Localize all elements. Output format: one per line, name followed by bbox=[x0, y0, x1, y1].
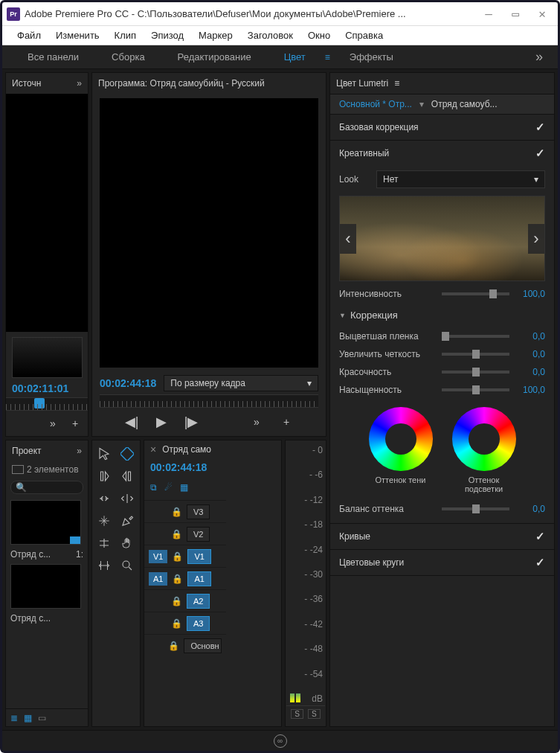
step-back-button[interactable]: ◀| bbox=[123, 414, 140, 430]
menu-sequence[interactable]: Эпизод bbox=[144, 28, 191, 43]
project-item-1-thumb[interactable] bbox=[10, 500, 81, 545]
creative-header[interactable]: Креативный ✓ bbox=[330, 141, 554, 166]
minimize-button[interactable]: — bbox=[477, 7, 500, 22]
workspace-expand-icon[interactable]: » bbox=[530, 49, 549, 65]
breadcrumb-clip[interactable]: Отряд самоуб... bbox=[428, 97, 501, 111]
ripple-edit-tool-icon[interactable] bbox=[95, 490, 113, 507]
slide-tool-icon[interactable] bbox=[95, 557, 113, 574]
lumetri-menu-icon[interactable]: ≡ bbox=[394, 78, 399, 89]
source-stage[interactable] bbox=[6, 94, 88, 332]
menu-file[interactable]: Файл bbox=[10, 28, 48, 43]
intensity-slider[interactable] bbox=[442, 292, 509, 295]
shadow-tint-disc[interactable] bbox=[369, 407, 433, 471]
creative-cloud-icon[interactable]: ∞ bbox=[274, 734, 287, 748]
timeline-close-icon[interactable]: × bbox=[150, 443, 156, 455]
faded-slider[interactable] bbox=[442, 335, 509, 338]
track-select-backward-icon[interactable] bbox=[118, 467, 136, 485]
track-v3-label[interactable]: V3 bbox=[187, 504, 210, 519]
breadcrumb-master[interactable]: Основной * Отр... bbox=[336, 97, 415, 111]
selection-tool-icon[interactable] bbox=[95, 445, 113, 463]
workspace-color-menu-icon[interactable]: ≡ bbox=[322, 52, 333, 63]
source-more-icon[interactable]: » bbox=[45, 415, 61, 432]
menu-edit[interactable]: Изменить bbox=[48, 28, 107, 43]
workspace-color[interactable]: Цвет bbox=[268, 45, 322, 69]
source-add-icon[interactable]: + bbox=[67, 415, 83, 432]
lock-icon[interactable]: 🔒 bbox=[172, 574, 183, 584]
look-prev-button[interactable]: ‹ bbox=[340, 224, 356, 254]
program-add-icon[interactable]: + bbox=[278, 414, 295, 430]
basic-correction-check-icon[interactable]: ✓ bbox=[535, 121, 545, 134]
project-view-free-icon[interactable]: ▭ bbox=[38, 713, 46, 723]
highlight-tint-disc[interactable] bbox=[452, 407, 516, 471]
menu-help[interactable]: Справка bbox=[338, 28, 390, 43]
workspace-all[interactable]: Все панели bbox=[11, 45, 95, 69]
timeline-timecode[interactable]: 00:02:44:18 bbox=[144, 458, 226, 479]
pen-tool-icon[interactable] bbox=[118, 512, 136, 530]
tint-balance-slider[interactable] bbox=[442, 507, 509, 510]
slip-tool-icon[interactable] bbox=[95, 534, 113, 552]
menu-window[interactable]: Окно bbox=[300, 28, 338, 43]
lock-icon[interactable]: 🔒 bbox=[171, 618, 182, 629]
lock-icon[interactable]: 🔒 bbox=[171, 529, 182, 539]
track-a1-label[interactable]: A1 bbox=[187, 571, 210, 586]
look-next-button[interactable]: › bbox=[528, 224, 544, 254]
lock-icon[interactable]: 🔒 bbox=[171, 596, 182, 606]
play-button[interactable]: ▶ bbox=[153, 414, 170, 430]
src-v1-label[interactable]: V1 bbox=[149, 550, 167, 563]
basic-correction-header[interactable]: Базовая коррекция ✓ bbox=[330, 115, 554, 140]
rolling-edit-tool-icon[interactable] bbox=[118, 490, 136, 507]
close-button[interactable]: ✕ bbox=[531, 7, 553, 22]
saturation-slider[interactable] bbox=[442, 388, 509, 391]
saturation-value[interactable]: 100,0 bbox=[515, 385, 545, 395]
rate-stretch-tool-icon[interactable] bbox=[95, 512, 113, 530]
source-ruler[interactable] bbox=[6, 397, 88, 411]
curves-check-icon[interactable]: ✓ bbox=[535, 530, 545, 543]
step-forward-button[interactable]: |▶ bbox=[183, 414, 199, 430]
project-view-list-icon[interactable]: ≣ bbox=[10, 713, 18, 723]
track-a2-label[interactable]: A2 bbox=[187, 594, 210, 609]
creative-check-icon[interactable]: ✓ bbox=[535, 147, 545, 160]
zoom-tool-icon[interactable] bbox=[118, 557, 136, 574]
color-wheels-header[interactable]: Цветовые круги ✓ bbox=[330, 550, 554, 575]
hand-tool-icon[interactable] bbox=[118, 534, 136, 552]
project-view-icons-icon[interactable]: ▦ bbox=[24, 713, 32, 723]
lock-icon[interactable]: 🔒 bbox=[168, 641, 179, 651]
menu-clip[interactable]: Клип bbox=[107, 28, 144, 43]
track-v1-label[interactable]: V1 bbox=[187, 549, 210, 564]
markers-icon[interactable]: ▦ bbox=[180, 482, 188, 493]
source-expand-icon[interactable]: » bbox=[77, 78, 82, 89]
workspace-editing[interactable]: Редактирование bbox=[161, 45, 268, 69]
look-select[interactable]: Нет ▾ bbox=[376, 170, 545, 188]
lock-icon[interactable]: 🔒 bbox=[172, 551, 183, 562]
solo-l-button[interactable]: S bbox=[291, 709, 303, 719]
sharpen-slider[interactable] bbox=[442, 353, 509, 356]
program-timecode[interactable]: 00:02:44:18 bbox=[100, 377, 156, 389]
track-select-tool-icon[interactable] bbox=[118, 445, 136, 463]
tint-balance-value[interactable]: 0,0 bbox=[515, 504, 545, 514]
menu-marker[interactable]: Маркер bbox=[191, 28, 240, 43]
vibrance-slider[interactable] bbox=[442, 371, 509, 374]
program-more-icon[interactable]: » bbox=[248, 414, 265, 430]
faded-value[interactable]: 0,0 bbox=[515, 331, 545, 342]
link-icon[interactable]: ☄ bbox=[164, 482, 173, 493]
src-a1-label[interactable]: A1 bbox=[149, 572, 167, 586]
search-input[interactable]: 🔍 bbox=[10, 481, 83, 494]
workspace-effects[interactable]: Эффекты bbox=[333, 45, 410, 69]
vibrance-value[interactable]: 0,0 bbox=[515, 367, 545, 377]
lock-icon[interactable]: 🔒 bbox=[171, 507, 182, 517]
track-select-forward-icon[interactable] bbox=[95, 467, 113, 485]
chevron-down-icon[interactable]: ▾ bbox=[419, 99, 424, 109]
maximize-button[interactable]: ▭ bbox=[504, 7, 527, 22]
sharpen-value[interactable]: 0,0 bbox=[515, 349, 545, 359]
workspace-assembly[interactable]: Сборка bbox=[95, 45, 161, 69]
track-main-label[interactable]: Основн bbox=[184, 638, 222, 653]
program-stage[interactable] bbox=[100, 98, 318, 368]
track-v2-label[interactable]: V2 bbox=[187, 527, 210, 542]
project-expand-icon[interactable]: » bbox=[77, 446, 82, 456]
track-a3-label[interactable]: A3 bbox=[187, 616, 210, 631]
curves-header[interactable]: Кривые ✓ bbox=[330, 524, 554, 549]
snap-icon[interactable]: ⧉ bbox=[150, 482, 157, 493]
adjustments-subhead[interactable]: Коррекция bbox=[339, 307, 545, 324]
menu-title[interactable]: Заголовок bbox=[240, 28, 300, 43]
solo-r-button[interactable]: S bbox=[308, 709, 321, 719]
